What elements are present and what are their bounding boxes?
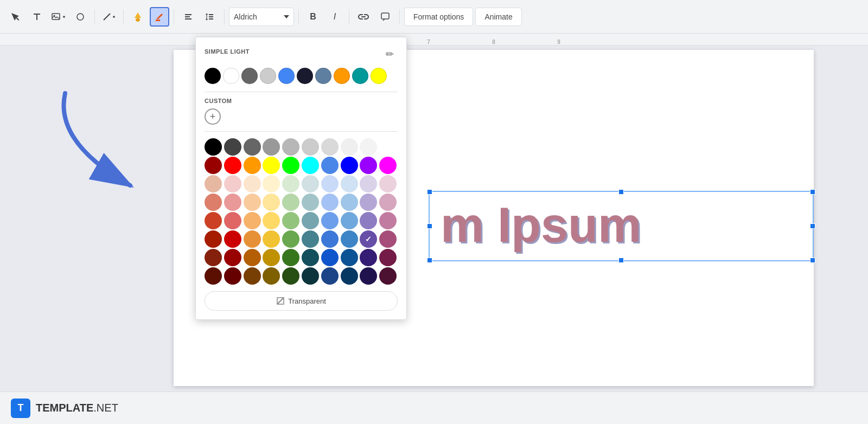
palette-color-dot[interactable]: [224, 267, 241, 285]
palette-color-dot[interactable]: [321, 175, 339, 192]
palette-color-dot[interactable]: [302, 175, 319, 192]
palette-color-dot[interactable]: [224, 138, 241, 156]
palette-color-dot[interactable]: [360, 157, 377, 174]
transparent-button[interactable]: Transparent: [205, 291, 398, 311]
palette-color-dot[interactable]: [321, 249, 339, 266]
palette-color-dot[interactable]: [302, 230, 319, 248]
preset-color-swatch[interactable]: [352, 68, 368, 84]
palette-color-dot[interactable]: [263, 249, 280, 266]
palette-color-dot[interactable]: [302, 249, 319, 266]
palette-color-dot[interactable]: [341, 230, 358, 248]
palette-color-dot[interactable]: [224, 194, 241, 211]
palette-color-dot[interactable]: [360, 212, 377, 229]
handle-right[interactable]: [810, 223, 815, 229]
palette-color-dot[interactable]: [360, 267, 377, 285]
palette-color-dot[interactable]: [205, 138, 222, 156]
palette-color-dot[interactable]: [341, 249, 358, 266]
preset-color-swatch[interactable]: [297, 68, 313, 84]
palette-color-dot[interactable]: [302, 267, 319, 285]
palette-color-dot[interactable]: [379, 267, 397, 285]
preset-color-swatch[interactable]: [278, 68, 295, 84]
palette-color-dot[interactable]: [379, 230, 397, 248]
image-tool-icon[interactable]: [49, 7, 68, 27]
line-tool-icon[interactable]: [99, 7, 119, 27]
palette-color-dot[interactable]: [244, 157, 261, 174]
palette-color-dot[interactable]: [282, 175, 299, 192]
palette-color-dot[interactable]: [205, 249, 222, 266]
palette-color-dot[interactable]: [263, 175, 280, 192]
palette-color-dot[interactable]: [360, 194, 377, 211]
palette-color-dot[interactable]: [321, 157, 339, 174]
comment-icon[interactable]: [375, 7, 395, 27]
palette-color-dot[interactable]: [341, 267, 358, 285]
fill-color-icon[interactable]: [128, 7, 148, 27]
handle-top-right[interactable]: [810, 189, 815, 195]
palette-color-dot[interactable]: [205, 230, 222, 248]
palette-color-dot[interactable]: [282, 249, 299, 266]
handle-bottom-left[interactable]: [427, 258, 432, 263]
animate-button[interactable]: Animate: [475, 8, 521, 26]
preset-color-swatch[interactable]: [260, 68, 276, 84]
palette-color-dot[interactable]: [205, 194, 222, 211]
palette-color-dot[interactable]: [341, 157, 358, 174]
line-spacing-icon[interactable]: [200, 7, 220, 27]
align-left-icon[interactable]: [178, 7, 198, 27]
shape-tool-icon[interactable]: [71, 7, 90, 27]
palette-color-dot[interactable]: [282, 194, 299, 211]
font-selector[interactable]: Aldrich: [229, 8, 294, 26]
palette-color-dot[interactable]: [302, 212, 319, 229]
palette-color-dot[interactable]: [244, 175, 261, 192]
text-tool-icon[interactable]: [27, 7, 47, 27]
palette-color-dot[interactable]: [205, 212, 222, 229]
palette-color-dot[interactable]: [224, 249, 241, 266]
palette-color-dot[interactable]: [244, 267, 261, 285]
bold-button[interactable]: B: [303, 7, 323, 27]
palette-color-dot[interactable]: [360, 230, 377, 248]
select-tool-icon[interactable]: [5, 7, 25, 27]
text-element[interactable]: m Ipsum: [429, 191, 814, 261]
palette-color-dot[interactable]: [360, 175, 377, 192]
palette-color-dot[interactable]: [379, 212, 397, 229]
palette-color-dot[interactable]: [321, 267, 339, 285]
palette-color-dot[interactable]: [205, 267, 222, 285]
palette-color-dot[interactable]: [321, 138, 339, 156]
palette-color-dot[interactable]: [341, 175, 358, 192]
preset-color-swatch[interactable]: [241, 68, 258, 84]
palette-color-dot[interactable]: [282, 212, 299, 229]
handle-top[interactable]: [618, 189, 624, 195]
palette-color-dot[interactable]: [263, 194, 280, 211]
palette-color-dot[interactable]: [302, 138, 319, 156]
palette-color-dot[interactable]: [224, 175, 241, 192]
palette-color-dot[interactable]: [282, 267, 299, 285]
palette-color-dot[interactable]: [282, 230, 299, 248]
preset-color-swatch[interactable]: [315, 68, 331, 84]
palette-color-dot[interactable]: [360, 138, 377, 156]
palette-color-dot[interactable]: [244, 249, 261, 266]
palette-color-dot[interactable]: [263, 212, 280, 229]
palette-color-dot[interactable]: [224, 230, 241, 248]
palette-color-dot[interactable]: [244, 194, 261, 211]
palette-color-dot[interactable]: [224, 212, 241, 229]
palette-color-dot[interactable]: [341, 212, 358, 229]
palette-color-dot[interactable]: [321, 230, 339, 248]
add-custom-color-button[interactable]: +: [205, 108, 221, 125]
palette-color-dot[interactable]: [244, 230, 261, 248]
palette-color-dot[interactable]: [341, 194, 358, 211]
palette-color-dot[interactable]: [302, 194, 319, 211]
palette-color-dot[interactable]: [244, 138, 261, 156]
palette-color-dot[interactable]: [263, 157, 280, 174]
italic-button[interactable]: I: [325, 7, 344, 27]
palette-color-dot[interactable]: [379, 157, 397, 174]
palette-color-dot[interactable]: [321, 212, 339, 229]
palette-color-dot[interactable]: [224, 157, 241, 174]
palette-color-dot[interactable]: [282, 157, 299, 174]
preset-color-swatch[interactable]: [334, 68, 350, 84]
handle-left[interactable]: [427, 223, 432, 229]
preset-color-swatch[interactable]: [371, 68, 387, 84]
stroke-color-icon[interactable]: [150, 7, 169, 27]
palette-color-dot[interactable]: [379, 138, 397, 156]
palette-color-dot[interactable]: [282, 138, 299, 156]
palette-color-dot[interactable]: [263, 267, 280, 285]
handle-bottom-right[interactable]: [810, 258, 815, 263]
preset-color-swatch[interactable]: [205, 68, 221, 84]
